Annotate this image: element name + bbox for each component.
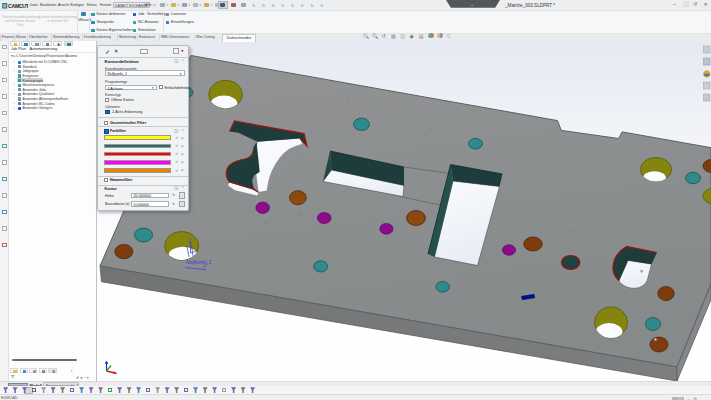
svg-text:Y: Y [189, 237, 192, 242]
svg-text:Nullpunkt_1: Nullpunkt_1 [186, 260, 212, 265]
svg-text:CAMCUT: CAMCUT [8, 3, 28, 9]
